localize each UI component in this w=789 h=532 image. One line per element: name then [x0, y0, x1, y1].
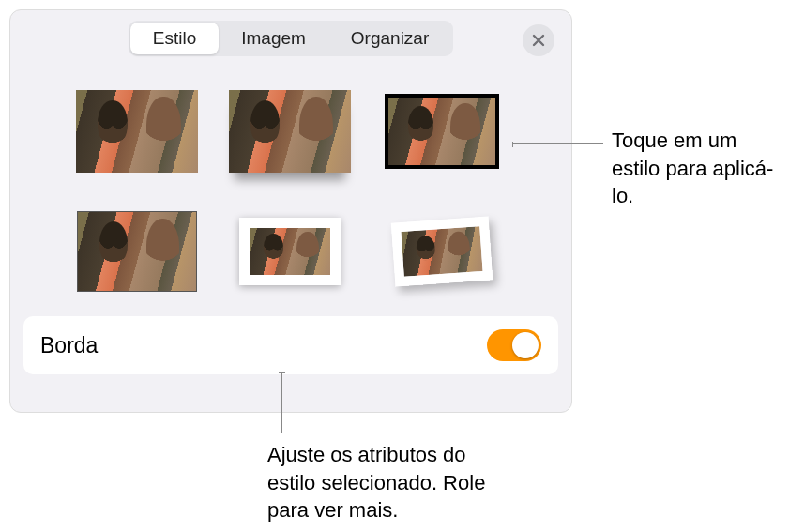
style-thumbnail-image [229, 90, 351, 173]
toggle-knob [512, 332, 539, 358]
styles-grid [10, 67, 571, 307]
style-option-plain[interactable] [76, 85, 198, 177]
callout-line [281, 373, 282, 433]
callout-adjust-attributes: Ajuste os atributos do estilo selecionad… [267, 441, 511, 524]
style-thumbnail-image [391, 216, 493, 286]
callout-line [513, 143, 603, 144]
tab-bar: Estilo Imagem Organizar [10, 10, 571, 67]
tab-style[interactable]: Estilo [130, 23, 219, 54]
callout-apply-style: Toque em um estilo para aplicá-lo. [612, 127, 781, 210]
style-thumbnail-image [385, 94, 499, 169]
style-option-shadow[interactable] [229, 85, 351, 177]
style-option-polaroid-tilt[interactable] [381, 205, 503, 297]
style-option-black-frame[interactable] [381, 85, 503, 177]
format-panel: Estilo Imagem Organizar [9, 9, 572, 413]
tabs-segmented-control: Estilo Imagem Organizar [129, 21, 454, 56]
style-thumbnail-image [77, 211, 197, 292]
style-thumbnail-image [76, 90, 198, 173]
border-section: Borda [23, 316, 558, 374]
close-icon [531, 33, 546, 48]
style-option-thin-border[interactable] [76, 205, 198, 297]
tab-image[interactable]: Imagem [219, 23, 328, 54]
border-toggle[interactable] [487, 329, 541, 361]
close-button[interactable] [523, 24, 554, 56]
style-option-white-mat[interactable] [229, 205, 351, 297]
tab-organize[interactable]: Organizar [328, 23, 451, 54]
style-thumbnail-image [239, 218, 341, 285]
border-label: Borda [40, 333, 98, 358]
